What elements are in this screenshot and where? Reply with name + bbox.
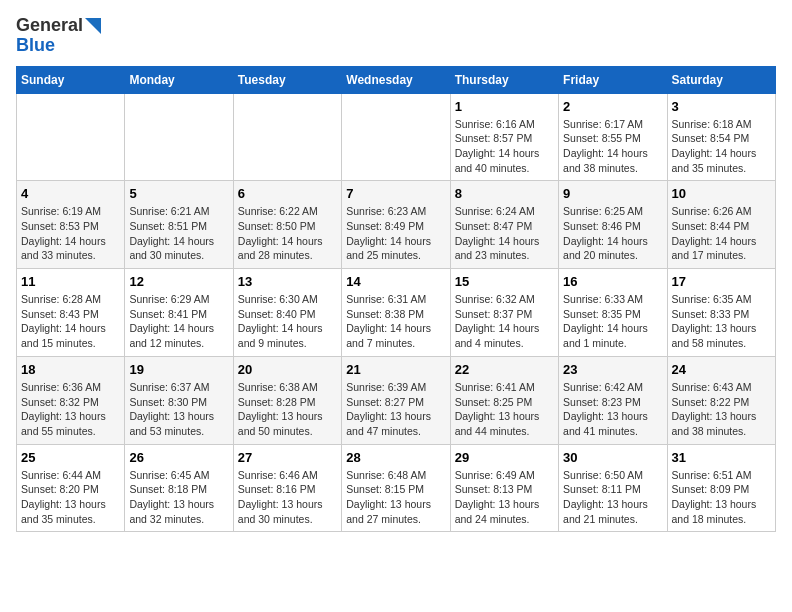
day-number: 14 [346, 274, 445, 289]
day-info: Sunrise: 6:42 AM [563, 380, 662, 395]
day-info: Sunset: 8:43 PM [21, 307, 120, 322]
day-info: Sunset: 8:40 PM [238, 307, 337, 322]
calendar-cell: 10Sunrise: 6:26 AMSunset: 8:44 PMDayligh… [667, 181, 775, 269]
calendar-cell: 20Sunrise: 6:38 AMSunset: 8:28 PMDayligh… [233, 356, 341, 444]
day-info: Sunset: 8:11 PM [563, 482, 662, 497]
calendar-cell: 11Sunrise: 6:28 AMSunset: 8:43 PMDayligh… [17, 269, 125, 357]
calendar-cell: 17Sunrise: 6:35 AMSunset: 8:33 PMDayligh… [667, 269, 775, 357]
day-info: Sunset: 8:13 PM [455, 482, 554, 497]
day-info: Daylight: 14 hours and 7 minutes. [346, 321, 445, 350]
header-cell-monday: Monday [125, 66, 233, 93]
day-info: Sunrise: 6:39 AM [346, 380, 445, 395]
day-number: 12 [129, 274, 228, 289]
day-info: Daylight: 14 hours and 9 minutes. [238, 321, 337, 350]
day-info: Sunset: 8:23 PM [563, 395, 662, 410]
calendar-cell: 25Sunrise: 6:44 AMSunset: 8:20 PMDayligh… [17, 444, 125, 532]
day-number: 31 [672, 450, 771, 465]
header-cell-saturday: Saturday [667, 66, 775, 93]
day-info: Sunrise: 6:45 AM [129, 468, 228, 483]
day-info: Daylight: 14 hours and 20 minutes. [563, 234, 662, 263]
calendar-cell: 27Sunrise: 6:46 AMSunset: 8:16 PMDayligh… [233, 444, 341, 532]
header-row: SundayMondayTuesdayWednesdayThursdayFrid… [17, 66, 776, 93]
day-number: 26 [129, 450, 228, 465]
calendar-cell: 3Sunrise: 6:18 AMSunset: 8:54 PMDaylight… [667, 93, 775, 181]
day-info: Sunrise: 6:51 AM [672, 468, 771, 483]
day-info: Sunset: 8:55 PM [563, 131, 662, 146]
day-number: 1 [455, 99, 554, 114]
day-info: Daylight: 13 hours and 32 minutes. [129, 497, 228, 526]
day-number: 17 [672, 274, 771, 289]
day-number: 30 [563, 450, 662, 465]
svg-marker-0 [85, 18, 101, 34]
day-info: Daylight: 13 hours and 53 minutes. [129, 409, 228, 438]
day-info: Daylight: 13 hours and 44 minutes. [455, 409, 554, 438]
header: General Blue [16, 16, 776, 56]
calendar-cell: 28Sunrise: 6:48 AMSunset: 8:15 PMDayligh… [342, 444, 450, 532]
calendar-cell: 2Sunrise: 6:17 AMSunset: 8:55 PMDaylight… [559, 93, 667, 181]
day-number: 7 [346, 186, 445, 201]
day-number: 4 [21, 186, 120, 201]
day-info: Daylight: 14 hours and 12 minutes. [129, 321, 228, 350]
day-info: Sunset: 8:27 PM [346, 395, 445, 410]
day-info: Sunrise: 6:48 AM [346, 468, 445, 483]
day-info: Sunrise: 6:29 AM [129, 292, 228, 307]
day-info: Sunset: 8:41 PM [129, 307, 228, 322]
day-info: Sunrise: 6:23 AM [346, 204, 445, 219]
day-info: Sunset: 8:30 PM [129, 395, 228, 410]
calendar-cell: 24Sunrise: 6:43 AMSunset: 8:22 PMDayligh… [667, 356, 775, 444]
day-number: 5 [129, 186, 228, 201]
day-info: Sunset: 8:25 PM [455, 395, 554, 410]
day-number: 13 [238, 274, 337, 289]
calendar-body: 1Sunrise: 6:16 AMSunset: 8:57 PMDaylight… [17, 93, 776, 532]
day-info: Daylight: 14 hours and 30 minutes. [129, 234, 228, 263]
day-info: Sunrise: 6:21 AM [129, 204, 228, 219]
calendar-week-5: 25Sunrise: 6:44 AMSunset: 8:20 PMDayligh… [17, 444, 776, 532]
calendar-table: SundayMondayTuesdayWednesdayThursdayFrid… [16, 66, 776, 533]
day-info: Daylight: 13 hours and 27 minutes. [346, 497, 445, 526]
day-info: Sunset: 8:22 PM [672, 395, 771, 410]
day-number: 15 [455, 274, 554, 289]
day-info: Sunrise: 6:19 AM [21, 204, 120, 219]
day-info: Sunrise: 6:50 AM [563, 468, 662, 483]
calendar-week-3: 11Sunrise: 6:28 AMSunset: 8:43 PMDayligh… [17, 269, 776, 357]
day-info: Sunrise: 6:18 AM [672, 117, 771, 132]
day-number: 10 [672, 186, 771, 201]
calendar-cell: 31Sunrise: 6:51 AMSunset: 8:09 PMDayligh… [667, 444, 775, 532]
calendar-cell: 1Sunrise: 6:16 AMSunset: 8:57 PMDaylight… [450, 93, 558, 181]
day-info: Sunrise: 6:16 AM [455, 117, 554, 132]
calendar-cell: 19Sunrise: 6:37 AMSunset: 8:30 PMDayligh… [125, 356, 233, 444]
day-info: Sunset: 8:51 PM [129, 219, 228, 234]
day-info: Sunset: 8:54 PM [672, 131, 771, 146]
day-info: Daylight: 14 hours and 33 minutes. [21, 234, 120, 263]
day-info: Sunrise: 6:37 AM [129, 380, 228, 395]
calendar-cell [17, 93, 125, 181]
day-info: Sunrise: 6:24 AM [455, 204, 554, 219]
logo: General Blue [16, 16, 101, 56]
day-info: Daylight: 14 hours and 1 minute. [563, 321, 662, 350]
day-info: Sunset: 8:18 PM [129, 482, 228, 497]
day-info: Daylight: 14 hours and 23 minutes. [455, 234, 554, 263]
calendar-cell: 12Sunrise: 6:29 AMSunset: 8:41 PMDayligh… [125, 269, 233, 357]
calendar-week-2: 4Sunrise: 6:19 AMSunset: 8:53 PMDaylight… [17, 181, 776, 269]
day-info: Sunrise: 6:36 AM [21, 380, 120, 395]
header-cell-friday: Friday [559, 66, 667, 93]
day-info: Sunrise: 6:28 AM [21, 292, 120, 307]
logo-blue: Blue [16, 35, 55, 55]
day-info: Sunrise: 6:32 AM [455, 292, 554, 307]
day-info: Sunset: 8:46 PM [563, 219, 662, 234]
calendar-week-1: 1Sunrise: 6:16 AMSunset: 8:57 PMDaylight… [17, 93, 776, 181]
day-info: Daylight: 13 hours and 38 minutes. [672, 409, 771, 438]
day-info: Sunset: 8:32 PM [21, 395, 120, 410]
day-info: Daylight: 13 hours and 21 minutes. [563, 497, 662, 526]
header-cell-thursday: Thursday [450, 66, 558, 93]
calendar-cell: 7Sunrise: 6:23 AMSunset: 8:49 PMDaylight… [342, 181, 450, 269]
day-number: 22 [455, 362, 554, 377]
day-info: Sunrise: 6:43 AM [672, 380, 771, 395]
day-number: 8 [455, 186, 554, 201]
day-info: Daylight: 13 hours and 30 minutes. [238, 497, 337, 526]
day-number: 24 [672, 362, 771, 377]
day-number: 11 [21, 274, 120, 289]
calendar-cell: 6Sunrise: 6:22 AMSunset: 8:50 PMDaylight… [233, 181, 341, 269]
day-info: Sunrise: 6:17 AM [563, 117, 662, 132]
calendar-cell: 4Sunrise: 6:19 AMSunset: 8:53 PMDaylight… [17, 181, 125, 269]
